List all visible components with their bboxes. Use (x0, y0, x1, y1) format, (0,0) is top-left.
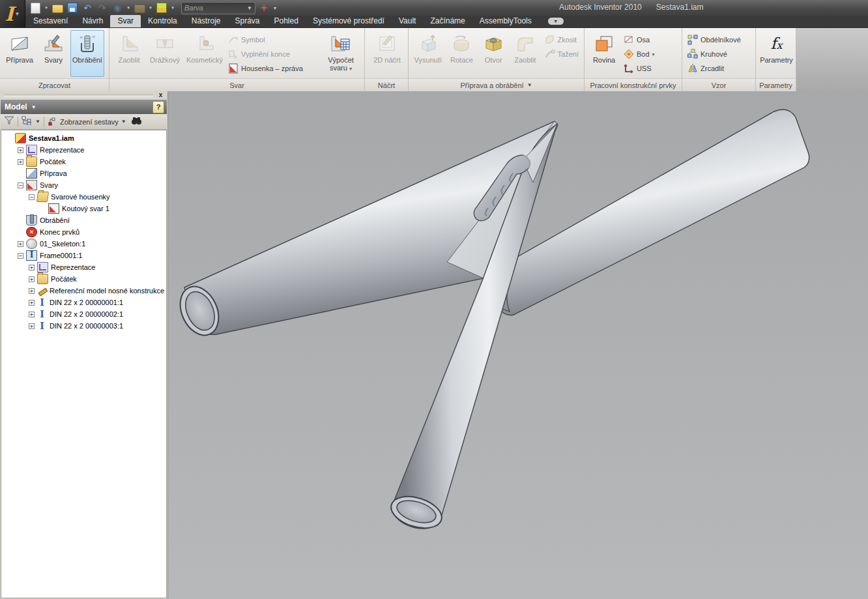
zrcadlit-button[interactable]: Zrcadlit (685, 62, 745, 75)
open-button[interactable] (51, 2, 64, 14)
tree-item[interactable]: +Referenční model nosné konstrukce (1, 285, 166, 297)
expand-icon[interactable]: + (29, 276, 35, 282)
panel-close-button[interactable]: x (156, 91, 165, 99)
color-override-combobox[interactable]: Barva ▼ (181, 2, 255, 14)
expand-icon[interactable]: + (29, 300, 35, 306)
tree-item[interactable]: Koutový svar 1 (1, 203, 166, 214)
graphics-viewport[interactable] (168, 91, 868, 599)
tree-item[interactable]: −Frame0001:1 (1, 250, 166, 261)
tree-item[interactable]: +01_Skeleton:1 (1, 238, 166, 250)
tab-assemblytools[interactable]: AssemblyTools (472, 15, 539, 27)
tree-item-label: Počátek (51, 275, 77, 283)
tab-sestaveni[interactable]: Sestavení (26, 15, 75, 27)
customize-qat-icon[interactable]: ▼ (272, 6, 278, 10)
tree-item[interactable]: +Počátek (1, 273, 166, 285)
tab-nastroje[interactable]: Nástroje (184, 15, 228, 27)
otvor-button[interactable]: Otvor (478, 30, 508, 77)
tab-systemove-prostredi[interactable]: Systémové prostředí (306, 15, 392, 27)
return-dropdown-icon[interactable]: ▾ (126, 5, 131, 10)
tree-item-label: Reprezentace (40, 146, 85, 154)
return-button[interactable]: ◉ (111, 2, 124, 14)
priprava-button[interactable]: Příprava (3, 30, 36, 77)
tree-item[interactable]: +DIN 22 x 2 00000002:1 (1, 308, 166, 320)
tab-zaciname[interactable]: Začínáme (423, 15, 472, 27)
redo-button[interactable]: ↷ (96, 2, 109, 14)
application-menu-button[interactable]: I▼ (0, 0, 25, 27)
select-priority-button[interactable] (155, 2, 168, 14)
assembly-view-selector[interactable]: Zobrazení sestavy ▼ (48, 117, 126, 126)
undo-button[interactable]: ↶ (81, 2, 94, 14)
tree-item[interactable]: Obrábění (1, 214, 166, 226)
filter-button[interactable] (4, 115, 14, 128)
obdelnikove-button[interactable]: Obdélníkové (685, 33, 745, 46)
collapse-icon[interactable]: − (18, 253, 23, 259)
expand-icon[interactable]: + (29, 288, 35, 294)
tazeni-button[interactable]: Tažení (542, 48, 583, 61)
svary-button[interactable]: Svary (36, 30, 70, 77)
browser-mode-dropdown-icon[interactable]: ▼ (35, 119, 40, 124)
open-folder-icon (52, 5, 63, 13)
expand-icon[interactable]: + (29, 265, 35, 270)
tab-sprava[interactable]: Správa (227, 15, 267, 27)
kruhove-button[interactable]: Kruhové (685, 48, 745, 61)
new-dropdown-icon[interactable]: ▾ (44, 5, 49, 10)
vypocet-svaru-button[interactable]: Výpočet svaru ▾ (322, 30, 360, 77)
chevron-down-icon: ▼ (15, 11, 20, 17)
new-document-button[interactable] (29, 2, 42, 14)
symbol-button[interactable]: Symbol (225, 33, 318, 46)
browser-mode-button[interactable] (22, 116, 32, 128)
expand-icon[interactable]: + (18, 241, 23, 247)
add-color-button[interactable]: + (257, 2, 270, 14)
uss-button[interactable]: USS (621, 62, 659, 75)
2d-nacrt-button[interactable]: 2D náčrt (369, 30, 405, 77)
tab-navrh[interactable]: Návrh (75, 15, 110, 27)
help-button[interactable]: ? (152, 101, 164, 113)
tree-item[interactable]: −Svary (1, 179, 166, 191)
tab-kontrola[interactable]: Kontrola (141, 15, 184, 27)
tree-item[interactable]: Konec prvků (1, 226, 166, 238)
tree-item[interactable]: +DIN 22 x 2 00000003:1 (1, 320, 166, 332)
tab-svar[interactable]: Svar (110, 15, 141, 27)
save-button[interactable] (66, 2, 79, 14)
vyplneni-konce-button[interactable]: Vyplnění konce (225, 48, 318, 61)
housenka-zprava-button[interactable]: Housenka – zpráva (225, 62, 318, 75)
tree-item[interactable]: +DIN 22 x 2 00000001:1 (1, 297, 166, 308)
bod-button[interactable]: Bod ▾ (621, 48, 659, 61)
tree-item[interactable]: Sestava1.iam (1, 132, 166, 144)
obrabeni-button[interactable]: ✳✳ Obrábění (70, 30, 104, 77)
minimize-ribbon-button[interactable]: ▼ (548, 18, 564, 25)
zaoblit-model-button[interactable]: Zaoblit (508, 30, 542, 77)
update-dropdown-icon[interactable]: ▾ (148, 5, 153, 10)
find-button[interactable] (131, 116, 142, 128)
tree-item[interactable]: +Reprezentace (1, 144, 166, 156)
collapse-icon[interactable]: − (18, 183, 23, 188)
tree-item[interactable]: +Reprezentace (1, 261, 166, 273)
panel-grip[interactable] (0, 91, 167, 100)
expander-spacer (18, 171, 23, 177)
rotace-button[interactable]: Rotace (445, 30, 479, 77)
tree-item[interactable]: −Svarové housenky (1, 191, 166, 203)
zaoblit-weld-button[interactable]: Zaoblit (112, 30, 146, 77)
expand-icon[interactable]: + (29, 312, 35, 317)
update-button[interactable] (133, 2, 146, 14)
expand-icon[interactable]: + (18, 147, 23, 153)
expand-icon[interactable]: + (29, 323, 35, 329)
kosmeticky-weld-button[interactable]: Kosmetický (184, 30, 225, 77)
osa-button[interactable]: Osa (621, 33, 659, 46)
browser-header[interactable]: Model ▼ ? (1, 100, 167, 114)
parametry-button[interactable]: fx Parametry (759, 30, 794, 77)
collapse-icon[interactable]: − (29, 194, 35, 200)
expand-icon[interactable]: + (18, 159, 23, 165)
cosmetic-weld-icon (194, 33, 215, 54)
select-dropdown-icon[interactable]: ▾ (170, 5, 175, 10)
tab-pohled[interactable]: Pohled (267, 15, 306, 27)
group-label-priprava-a-obrabeni[interactable]: Příprava a obrábění▼ (409, 78, 584, 91)
tree-item[interactable]: Příprava (1, 168, 166, 179)
zkosit-button[interactable]: Zkosit (542, 33, 583, 46)
vysunuti-button[interactable]: Vysunutí (411, 30, 445, 77)
drazkovy-weld-button[interactable]: Drážkový (146, 30, 184, 77)
tree-item[interactable]: +Počátek (1, 156, 166, 168)
chevron-down-icon[interactable]: ▾ (652, 51, 655, 57)
rovina-button[interactable]: Rovina (587, 30, 621, 77)
tab-vault[interactable]: Vault (392, 15, 423, 27)
